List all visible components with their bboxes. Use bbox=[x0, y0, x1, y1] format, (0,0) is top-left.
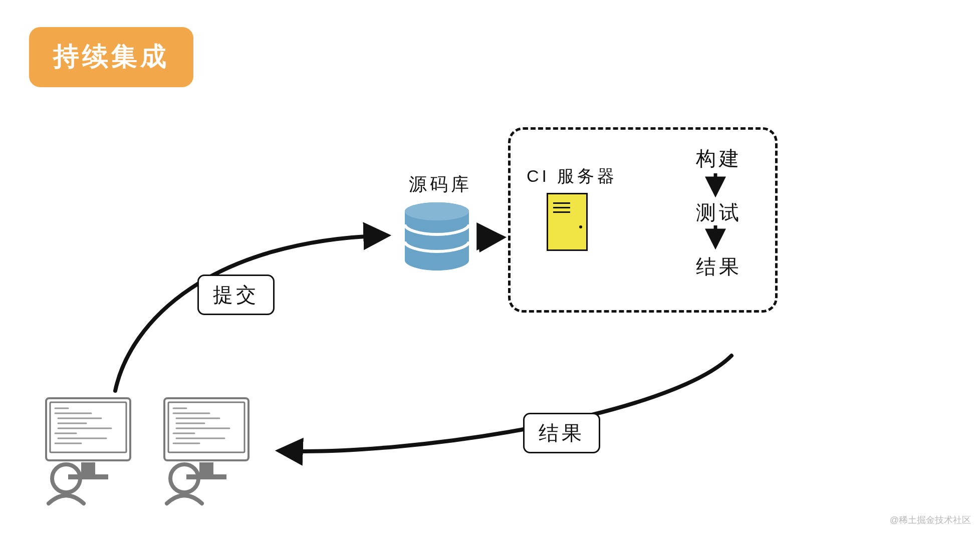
label-repo: 源码库 bbox=[409, 172, 472, 197]
ci-server-group: CI 服务器 构建 测试 结果 bbox=[508, 127, 778, 313]
label-result-feedback: 结果 bbox=[523, 413, 600, 453]
door-icon bbox=[547, 193, 588, 251]
svg-rect-1 bbox=[50, 402, 126, 452]
svg-rect-0 bbox=[46, 398, 130, 460]
developer-icon bbox=[164, 398, 249, 503]
database-icon bbox=[405, 202, 469, 271]
svg-rect-14 bbox=[168, 402, 244, 452]
arrow-to-ci bbox=[479, 236, 501, 237]
pipeline-step-result: 结果 bbox=[696, 253, 742, 281]
svg-rect-15 bbox=[199, 462, 213, 475]
svg-point-25 bbox=[170, 464, 198, 492]
developer-icon bbox=[46, 398, 130, 503]
svg-rect-2 bbox=[81, 462, 95, 475]
svg-rect-3 bbox=[68, 474, 108, 479]
svg-rect-16 bbox=[186, 474, 226, 479]
watermark: @稀土掘金技术社区 bbox=[890, 514, 971, 526]
pipeline-step-test: 测试 bbox=[696, 199, 742, 226]
label-ci-server: CI 服务器 bbox=[527, 165, 617, 188]
svg-point-26 bbox=[405, 202, 469, 220]
label-commit: 提交 bbox=[197, 275, 275, 315]
arrow-result bbox=[281, 356, 731, 451]
pipeline-step-build: 构建 bbox=[696, 145, 742, 172]
svg-point-12 bbox=[52, 464, 80, 492]
svg-point-27 bbox=[405, 202, 469, 220]
diagram-title: 持续集成 bbox=[29, 27, 193, 87]
svg-rect-13 bbox=[164, 398, 249, 460]
